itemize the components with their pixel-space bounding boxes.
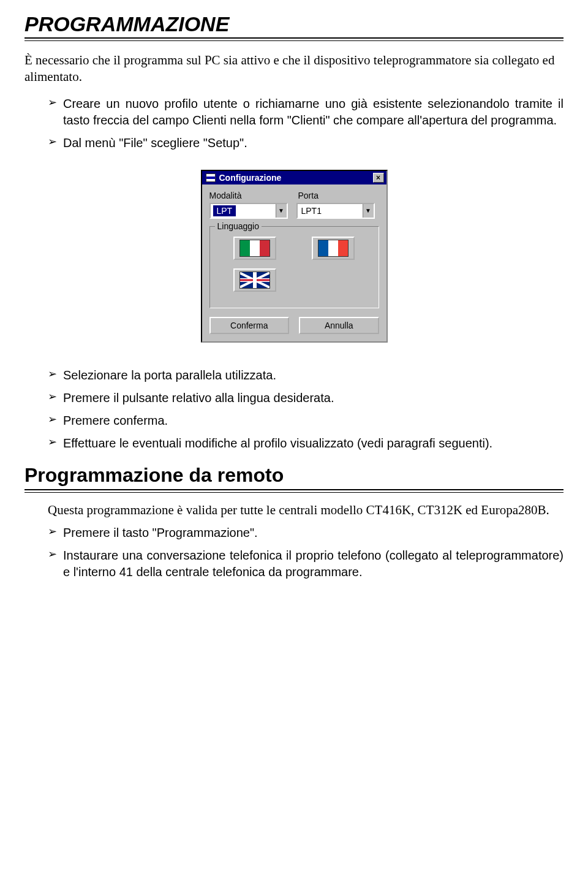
bullet-text: Instaurare una conversazione telefonica … (63, 547, 564, 580)
chevron-down-icon: ▼ (276, 204, 287, 218)
bullet-item: ➢ Premere il tasto "Programmazione". (48, 525, 564, 541)
flag-france-icon (318, 240, 349, 257)
dialog-screenshot: Configurazione × Modalità Porta LPT ▼ LP… (24, 170, 564, 343)
flag-france-button[interactable] (312, 237, 355, 260)
arrow-icon: ➢ (48, 96, 57, 110)
heading-programmazione: PROGRAMMAZIONE (24, 12, 564, 39)
dialog-title: Configurazione (219, 173, 282, 183)
remoto-intro: Questa programmazione è valida per tutte… (24, 501, 564, 519)
arrow-icon: ➢ (48, 547, 57, 561)
linguaggio-legend: Linguaggio (215, 221, 262, 231)
modalita-dropdown[interactable]: LPT ▼ (209, 203, 288, 219)
flag-italy-icon (239, 240, 270, 257)
heading2-underline (24, 492, 564, 493)
arrow-icon: ➢ (48, 390, 57, 404)
porta-label: Porta (298, 191, 379, 200)
arrow-icon: ➢ (48, 412, 57, 427)
bullet-item: ➢ Premere conferma. (48, 412, 564, 429)
modalita-label: Modalità (209, 191, 298, 200)
bullet-item: ➢ Selezionare la porta parallela utilizz… (48, 367, 564, 384)
bullet-text: Creare un nuovo profilo utente o richiam… (63, 96, 564, 129)
conferma-button[interactable]: Conferma (209, 317, 290, 334)
bullets-bottom: ➢ Premere il tasto "Programmazione". ➢ I… (24, 525, 564, 580)
annulla-button[interactable]: Annulla (299, 317, 379, 334)
bullet-text: Premere il tasto "Programmazione". (63, 525, 258, 541)
bullet-text: Dal menù "File" scegliere "Setup". (63, 135, 247, 151)
heading-programmazione-remoto: Programmazione da remoto (24, 464, 564, 490)
bullet-text: Selezionare la porta parallela utilizzat… (63, 367, 276, 384)
heading-underline (24, 40, 564, 41)
flag-uk-button[interactable] (233, 268, 276, 292)
linguaggio-fieldset: Linguaggio (209, 226, 379, 308)
arrow-icon: ➢ (48, 435, 57, 449)
bullet-text: Premere il pulsante relativo alla lingua… (63, 390, 334, 406)
chevron-down-icon: ▼ (363, 204, 374, 218)
bullet-item: ➢ Instaurare una conversazione telefonic… (48, 547, 564, 580)
arrow-icon: ➢ (48, 525, 57, 539)
intro-paragraph: È necessario che il programma sul PC sia… (24, 52, 564, 86)
porta-dropdown[interactable]: LPT1 ▼ (296, 203, 375, 219)
bullets-top: ➢ Creare un nuovo profilo utente o richi… (24, 96, 564, 151)
modalita-value: LPT (213, 205, 236, 216)
bullet-text: Effettuare le eventuali modifiche al pro… (63, 435, 492, 452)
bullet-text: Premere conferma. (63, 412, 168, 429)
arrow-icon: ➢ (48, 367, 57, 381)
dialog-titlebar: Configurazione × (202, 171, 386, 184)
configurazione-dialog: Configurazione × Modalità Porta LPT ▼ LP… (201, 170, 388, 343)
bullet-item: ➢ Effettuare le eventuali modifiche al p… (48, 435, 564, 452)
flag-uk-icon (239, 272, 270, 289)
bullets-mid: ➢ Selezionare la porta parallela utilizz… (24, 367, 564, 452)
bullet-item: ➢ Dal menù "File" scegliere "Setup". (48, 135, 564, 151)
porta-value: LPT1 (300, 205, 323, 216)
bullet-item: ➢ Creare un nuovo profilo utente o richi… (48, 96, 564, 129)
close-button[interactable]: × (373, 173, 384, 183)
flag-italy-button[interactable] (233, 237, 276, 260)
close-icon: × (376, 174, 380, 181)
arrow-icon: ➢ (48, 135, 57, 149)
bullet-item: ➢ Premere il pulsante relativo alla ling… (48, 390, 564, 406)
app-icon (206, 173, 216, 182)
